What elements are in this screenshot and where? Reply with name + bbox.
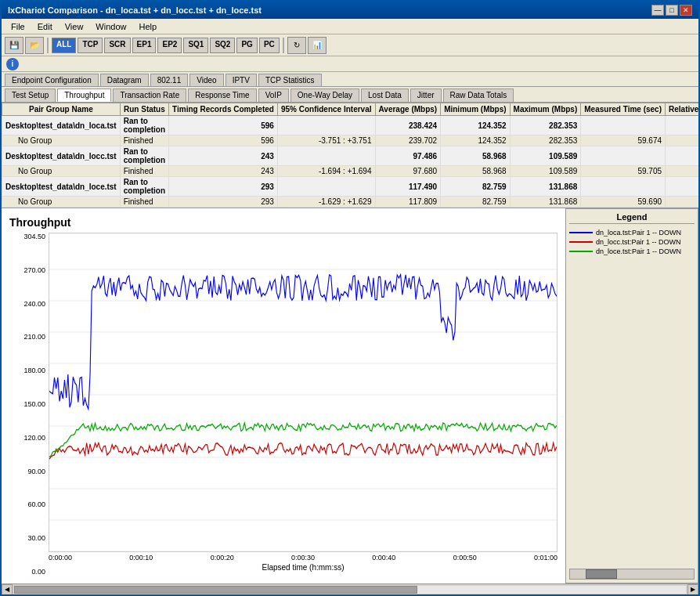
cell-group-name: No Group: [2, 197, 121, 208]
cell-records: 243: [169, 146, 278, 166]
tab-area-1: Endpoint Configuration Datagram 802.11 V…: [2, 72, 698, 103]
tab-endpoint-config[interactable]: Endpoint Configuration: [5, 74, 99, 86]
menu-help[interactable]: Help: [132, 20, 163, 33]
tab-throughput[interactable]: Throughput: [57, 88, 111, 102]
save-button[interactable]: 💾: [5, 37, 23, 54]
y-axis-tick: 120.00: [23, 434, 45, 442]
minimize-button[interactable]: —: [651, 5, 664, 16]
cell-measured-time: 59.674: [581, 135, 666, 146]
chart-svg: [49, 233, 557, 551]
cell-average: 117.490: [375, 177, 441, 197]
refresh-button[interactable]: ↻: [287, 37, 306, 54]
filter-ep1-button[interactable]: EP1: [132, 38, 157, 53]
filter-scr-button[interactable]: SCR: [104, 38, 130, 53]
y-axis-tick: 60.00: [27, 500, 45, 508]
chart-title: Throughput: [9, 216, 557, 229]
col-header-records: Timing Records Completed: [169, 103, 278, 116]
cell-maximum: 282.353: [510, 116, 581, 135]
y-axis: 304.50270.00240.00210.00180.00150.00120.…: [9, 233, 49, 576]
legend-item: dn_loce.tst:Pair 1 -- DOWN: [569, 247, 695, 255]
legend-scrollbar[interactable]: [569, 569, 695, 580]
cell-relative-precision: 1.383: [666, 197, 698, 208]
x-axis-tick: 0:00:50: [453, 554, 477, 562]
menu-edit[interactable]: Edit: [31, 20, 59, 33]
cell-run-status: Ran to completion: [120, 177, 168, 197]
cell-confidence: -3.751 : +3.751: [277, 135, 375, 146]
maximize-button[interactable]: □: [666, 5, 678, 16]
x-axis-tick: 0:00:10: [129, 554, 153, 562]
cell-confidence: -1.629 : +1.629: [277, 197, 375, 208]
cell-run-status: Finished: [120, 135, 168, 146]
title-bar: IxChariot Comparison - dn_loca.tst + dn_…: [2, 2, 698, 19]
filter-pc-button[interactable]: PC: [259, 38, 280, 53]
cell-confidence: -1.694 : +1.694: [277, 166, 375, 177]
cell-run-status: Finished: [120, 166, 168, 177]
table-row: No Group Finished 243 -1.694 : +1.694 97…: [2, 166, 699, 177]
cell-relative-precision: 1.565: [666, 135, 698, 146]
tab-voip[interactable]: VoIP: [258, 88, 289, 102]
filter-sq1-button[interactable]: SQ1: [183, 38, 208, 53]
filter-tcp-button[interactable]: TCP: [78, 38, 103, 53]
tab-tcp-statistics[interactable]: TCP Statistics: [258, 74, 322, 86]
tab-one-way-delay[interactable]: One-Way Delay: [290, 88, 359, 102]
y-axis-tick: 304.50: [23, 233, 45, 240]
col-header-average: Average (Mbps): [375, 103, 441, 116]
cell-group-name: No Group: [2, 166, 121, 177]
table-row: No Group Finished 596 -3.751 : +3.751 23…: [2, 135, 699, 146]
col-header-confidence: 95% Confidence Interval: [277, 103, 375, 116]
y-axis-tick: 0.00: [31, 568, 45, 576]
menu-window[interactable]: Window: [89, 20, 132, 33]
x-axis-labels: 0:00:000:00:100:00:200:00:300:00:400:00:…: [49, 552, 557, 563]
scroll-left-button[interactable]: ◀: [2, 584, 13, 595]
cell-minimum: 124.352: [441, 135, 510, 146]
close-button[interactable]: ✕: [680, 5, 692, 16]
tab-jitter[interactable]: Jitter: [410, 88, 442, 102]
tab-lost-data[interactable]: Lost Data: [361, 88, 409, 102]
export-button[interactable]: 📊: [308, 37, 327, 54]
tab-802-11[interactable]: 802.11: [150, 74, 189, 86]
tab-transaction-rate[interactable]: Transaction Rate: [113, 88, 186, 102]
cell-average: 239.702: [375, 135, 441, 146]
cell-records: 596: [169, 116, 278, 135]
cell-average: 117.809: [375, 197, 441, 208]
cell-maximum: 109.589: [510, 146, 581, 166]
chart-legend-area: Throughput 304.50270.00240.00210.00180.0…: [2, 208, 698, 583]
x-axis-tick: 0:01:00: [534, 554, 557, 562]
scrollbar-thumb[interactable]: [14, 586, 417, 594]
menu-view[interactable]: View: [59, 20, 90, 33]
cell-confidence: [277, 116, 375, 135]
cell-maximum: 131.868: [510, 177, 581, 197]
filter-pg-button[interactable]: PG: [236, 38, 257, 53]
tab-datagram[interactable]: Datagram: [100, 74, 149, 86]
plot-area: [49, 233, 557, 552]
tab-response-time[interactable]: Response Time: [188, 88, 256, 102]
cell-records: 596: [169, 135, 278, 146]
legend-item: dn_loca.tst:Pair 1 -- DOWN: [569, 229, 695, 237]
scroll-right-button[interactable]: ▶: [687, 584, 698, 595]
legend-line-0: [569, 232, 593, 233]
cell-records: 293: [169, 197, 278, 208]
cell-relative-precision: [666, 116, 698, 135]
table-row: Desktop\test_data\dn_loce.tst Ran to com…: [2, 177, 699, 197]
col-header-relative-precision: Relative Precision: [666, 103, 698, 116]
horizontal-scrollbar[interactable]: ◀ ▶: [2, 583, 698, 594]
legend-line-2: [569, 251, 593, 252]
filter-ep2-button[interactable]: EP2: [157, 38, 182, 53]
tab-raw-data-totals[interactable]: Raw Data Totals: [443, 88, 514, 102]
open-button[interactable]: 📂: [25, 37, 44, 54]
x-axis-tick: 0:00:20: [211, 554, 234, 562]
filter-all-button[interactable]: ALL: [52, 38, 76, 53]
cell-measured-time: 59.690: [581, 197, 666, 208]
tab-test-setup[interactable]: Test Setup: [5, 88, 56, 102]
cell-minimum: 58.968: [441, 146, 510, 166]
toolbar: 💾 📂 ALL TCP SCR EP1 EP2 SQ1 SQ2 PG PC ↻ …: [2, 34, 698, 56]
tab-iptv[interactable]: IPTV: [226, 74, 257, 86]
table-row: Desktop\test_data\dn_locc.tst Ran to com…: [2, 146, 699, 166]
scrollbar-track: [14, 586, 686, 594]
y-axis-tick: 270.00: [23, 266, 45, 274]
filter-sq2-button[interactable]: SQ2: [210, 38, 235, 53]
tab-video[interactable]: Video: [189, 74, 223, 86]
menu-file[interactable]: File: [5, 20, 31, 33]
toolbar-separator-2: [283, 38, 284, 53]
legend-title: Legend: [569, 212, 695, 224]
